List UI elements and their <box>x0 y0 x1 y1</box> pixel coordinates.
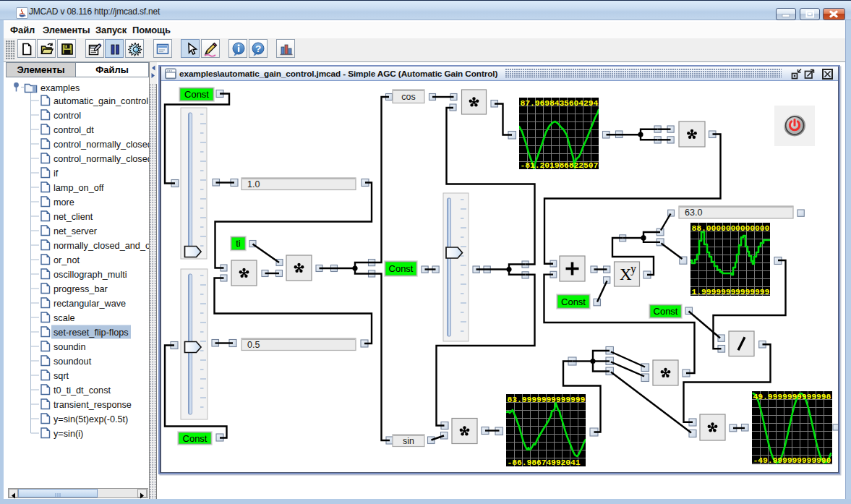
svg-text:set-reset_flip-flops: set-reset_flip-flops <box>54 328 129 338</box>
svg-text:Const: Const <box>183 433 208 444</box>
svg-text:sin: sin <box>403 436 414 446</box>
svg-text:Const: Const <box>184 89 209 100</box>
svg-text:-49.999999999990: -49.999999999990 <box>753 456 831 465</box>
svg-text:examples: examples <box>40 83 80 93</box>
svg-text:normally_closed_and_op: normally_closed_and_op <box>54 241 149 251</box>
svg-text:87.9698435604294: 87.9698435604294 <box>521 99 599 108</box>
svg-text:more: more <box>54 197 74 208</box>
svg-text:0.5: 0.5 <box>247 340 260 350</box>
svg-text:soundout: soundout <box>54 356 92 367</box>
svg-text:control: control <box>54 111 81 121</box>
svg-text:63.0: 63.0 <box>685 208 702 218</box>
svg-text:lamp_on_off: lamp_on_off <box>54 183 104 193</box>
svg-text:83.9999999999999: 83.9999999999999 <box>508 396 586 404</box>
svg-text:oscillograph_multi: oscillograph_multi <box>54 270 127 280</box>
svg-text:progress_bar: progress_bar <box>54 284 108 294</box>
svg-text:net_server: net_server <box>54 226 98 236</box>
svg-text:t0_ti_dt_const: t0_ti_dt_const <box>54 385 111 396</box>
svg-text:soundin: soundin <box>54 342 85 352</box>
svg-text:-81.2019868225074: -81.2019868225074 <box>521 161 604 170</box>
svg-text:or_not: or_not <box>54 255 80 265</box>
svg-text:Const: Const <box>561 296 586 307</box>
svg-text:if: if <box>54 168 59 179</box>
svg-text:1.0: 1.0 <box>247 179 260 189</box>
svg-text:?: ? <box>255 43 261 54</box>
svg-text:Const: Const <box>389 263 414 274</box>
svg-text:control_dt: control_dt <box>54 125 94 135</box>
svg-text:y: y <box>630 262 636 276</box>
svg-text:ti: ti <box>236 238 241 249</box>
svg-text:y=sin(i): y=sin(i) <box>54 429 83 439</box>
svg-text:transient_response: transient_response <box>54 400 132 410</box>
svg-text:1.99999999999999: 1.99999999999999 <box>692 288 770 296</box>
svg-text:net_client: net_client <box>54 212 93 222</box>
svg-text:cos: cos <box>401 92 415 102</box>
svg-text:49.9999999999998: 49.9999999999998 <box>753 393 831 401</box>
svg-text:88.0000000000000: 88.0000000000000 <box>692 224 770 233</box>
svg-text:automatic_gain_control: automatic_gain_control <box>54 96 148 106</box>
svg-text:rectangular_wave: rectangular_wave <box>54 299 126 309</box>
svg-text:control_normally_closed: control_normally_closed <box>54 154 149 164</box>
svg-text:control_normally_closed: control_normally_closed <box>54 140 149 150</box>
svg-text:sqrt: sqrt <box>54 371 69 381</box>
svg-text:-86.98674992041: -86.98674992041 <box>508 458 581 467</box>
svg-text:scale: scale <box>54 313 75 323</box>
svg-text:Const: Const <box>654 306 678 317</box>
svg-text:y=sin(5t)exp(-0.5t): y=sin(5t)exp(-0.5t) <box>54 414 128 424</box>
